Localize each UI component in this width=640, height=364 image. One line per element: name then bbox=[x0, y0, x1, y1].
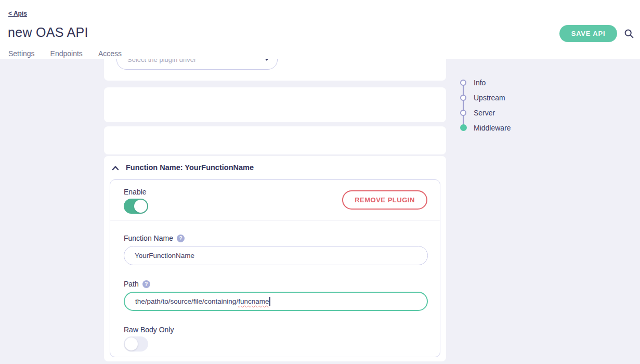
raw-body-only-label: Raw Body Only bbox=[124, 326, 174, 334]
page-header: < Apis new OAS API SAVE API Settings End… bbox=[0, 0, 640, 59]
path-input-flagged-word: funcname bbox=[238, 297, 269, 305]
tab-endpoints[interactable]: Endpoints bbox=[50, 49, 83, 58]
step-dot bbox=[460, 95, 466, 101]
raw-body-label-row: Raw Body Only bbox=[124, 326, 174, 334]
stepper-item-upstream[interactable]: Upstream bbox=[457, 90, 505, 105]
path-label-row: Path ? bbox=[124, 280, 150, 288]
save-api-button[interactable]: SAVE API bbox=[559, 25, 617, 42]
tab-settings[interactable]: Settings bbox=[8, 49, 35, 58]
stepper-item-info[interactable]: Info bbox=[457, 75, 486, 90]
step-label: Server bbox=[474, 109, 495, 117]
help-icon[interactable]: ? bbox=[142, 280, 150, 288]
tab-access[interactable]: Access bbox=[98, 49, 122, 58]
page: Select the plugin driver Enable Plugin B… bbox=[0, 0, 640, 364]
plugin-section-title[interactable]: Function Name: YourFunctionName bbox=[126, 163, 254, 172]
toggle-knob bbox=[134, 200, 147, 213]
raw-body-only-toggle[interactable] bbox=[124, 336, 148, 352]
function-plugin-card: Function Name: YourFunctionName Enable R… bbox=[104, 156, 446, 361]
plugin-config-panel: Enable REMOVE PLUGIN Function Name ? Pat… bbox=[110, 179, 440, 357]
step-label: Upstream bbox=[474, 94, 505, 102]
path-input[interactable]: the/path/to/source/file/containing/funcn… bbox=[124, 292, 428, 311]
search-icon[interactable] bbox=[624, 29, 634, 39]
chevron-up-icon[interactable] bbox=[111, 164, 120, 172]
step-label: Info bbox=[474, 79, 486, 87]
function-name-label-row: Function Name ? bbox=[124, 234, 185, 242]
stepper-item-server[interactable]: Server bbox=[457, 105, 495, 120]
text-cursor bbox=[269, 297, 270, 306]
back-to-apis-link[interactable]: < Apis bbox=[8, 10, 27, 17]
step-dot bbox=[460, 124, 467, 131]
step-dot bbox=[460, 110, 466, 116]
enable-label: Enable bbox=[124, 188, 147, 196]
remove-plugin-button[interactable]: REMOVE PLUGIN bbox=[342, 190, 427, 210]
toggle-knob bbox=[125, 337, 138, 350]
plugin-bundle-card: Enable Plugin Bundle LEARN MORE bbox=[104, 87, 446, 122]
path-label: Path bbox=[124, 280, 139, 288]
stepper-item-middleware[interactable]: Middleware bbox=[457, 120, 511, 135]
enable-toggle[interactable] bbox=[124, 199, 148, 214]
path-input-value: the/path/to/source/file/containing/ bbox=[135, 297, 238, 305]
step-label: Middleware bbox=[474, 124, 511, 132]
divider bbox=[110, 220, 440, 221]
function-name-label: Function Name bbox=[124, 234, 173, 242]
tab-bar: Settings Endpoints Access bbox=[8, 49, 122, 58]
help-icon[interactable]: ? bbox=[177, 235, 185, 242]
step-dot bbox=[460, 80, 466, 86]
function-name-input[interactable] bbox=[124, 246, 428, 265]
pre-plugin-card: Pre Plugin ADD PLUGIN LEARN MORE bbox=[104, 126, 446, 154]
page-title: new OAS API bbox=[8, 25, 88, 40]
